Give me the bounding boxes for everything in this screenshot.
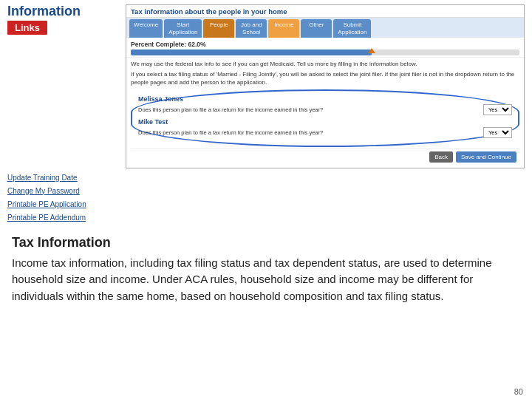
tax-question-text-1: Does this person plan to file a tax retu… xyxy=(138,106,480,113)
app-header-title: Tax information about the people in your… xyxy=(131,7,287,16)
body-text-1: We may use the federal tax info to see i… xyxy=(131,61,519,69)
tax-answer-select-2[interactable]: Yes No xyxy=(483,127,512,138)
person-section-2: Mike Test Does this person plan to file … xyxy=(138,118,512,138)
page-number: 80 xyxy=(514,387,523,396)
progress-label: Percent Complete: 62.0% xyxy=(131,41,519,48)
header: Information Links Tax information about … xyxy=(0,0,532,171)
links-badge: Links xyxy=(7,21,47,35)
sidebar-link-0[interactable]: Update Training Date xyxy=(7,173,116,183)
tab-welcome[interactable]: Welcome xyxy=(129,19,163,38)
oval-section: Melissa Jones Does this person plan to f… xyxy=(131,89,519,147)
tax-question-row-2: Does this person plan to file a tax retu… xyxy=(138,127,512,138)
progress-section: Percent Complete: 62.0% xyxy=(126,38,524,58)
sidebar: Update Training Date Change My Password … xyxy=(7,170,122,226)
tax-answer-select-1[interactable]: Yes No xyxy=(483,104,512,115)
tab-people[interactable]: People xyxy=(203,19,234,38)
save-continue-button[interactable]: Save and Continue xyxy=(456,151,516,163)
progress-bar-container xyxy=(131,50,519,55)
app-body: We may use the federal tax info to see i… xyxy=(126,58,524,167)
app-frame: Tax information about the people in your… xyxy=(126,4,525,168)
nav-tabs: Welcome StartApplication People Job andS… xyxy=(126,18,524,38)
sidebar-link-2[interactable]: Printable PE Application xyxy=(7,200,116,210)
lower-section: Tax Information Income tax information, … xyxy=(0,226,532,310)
app-header: Tax information about the people in your… xyxy=(126,5,524,18)
sidebar-link-3[interactable]: Printable PE Addendum xyxy=(7,213,116,223)
person-name-2: Mike Test xyxy=(138,118,512,126)
tax-question-text-2: Does this person plan to file a tax retu… xyxy=(138,129,480,136)
tab-income[interactable]: Income xyxy=(268,19,299,38)
tax-question-row-1: Does this person plan to file a tax retu… xyxy=(138,104,512,115)
tab-other[interactable]: Other xyxy=(301,19,332,38)
body-text-2: If you select a tax filing status of 'Ma… xyxy=(131,71,519,87)
section-body: Income tax information, including tax fi… xyxy=(12,255,520,305)
info-title: Information xyxy=(7,4,126,19)
tab-job-school[interactable]: Job andSchool xyxy=(236,19,267,38)
back-button[interactable]: Back xyxy=(429,151,453,163)
person-section-1: Melissa Jones Does this person plan to f… xyxy=(138,95,512,115)
app-buttons: Back Save and Continue xyxy=(131,149,519,165)
progress-bar-fill xyxy=(131,50,372,55)
person-name-1: Melissa Jones xyxy=(138,95,512,103)
sidebar-link-1[interactable]: Change My Password xyxy=(7,186,116,197)
tab-start-application[interactable]: StartApplication xyxy=(164,19,202,38)
main-content: Update Training Date Change My Password … xyxy=(0,170,532,226)
progress-arrow xyxy=(368,48,375,53)
tab-submit[interactable]: SubmitApplication xyxy=(333,19,371,38)
info-block: Information Links xyxy=(7,4,126,35)
section-title: Tax Information xyxy=(12,235,520,250)
